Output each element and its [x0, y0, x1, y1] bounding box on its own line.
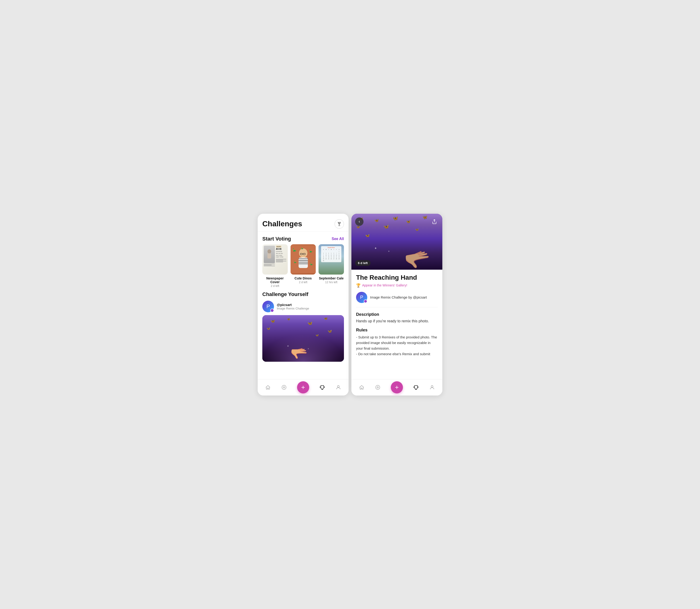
challenge-image-card[interactable]: 🦋 🦋 🦋 🦋 🦋 🦋 🦋 🫳 ✦ ✦	[262, 315, 344, 362]
newspaper-person	[264, 246, 275, 263]
butterfly-2: 🦋	[287, 317, 290, 321]
remix-by-text: Image Remix Challenge by @picsart	[370, 295, 427, 299]
remix-verified-badge: ✓	[364, 299, 367, 303]
butterfly-1: 🦋	[271, 319, 275, 323]
start-voting-title: Start Voting	[262, 236, 291, 242]
hero-bf-4: 🦋	[406, 219, 411, 224]
card-3-name: September Cale	[319, 276, 344, 280]
svg-rect-8	[298, 257, 308, 268]
left-content: Start Voting See All	[258, 232, 348, 396]
see-all-button[interactable]: See All	[331, 237, 344, 241]
svg-point-24	[431, 385, 433, 387]
svg-point-1	[268, 249, 271, 254]
card-2-name: Cute Dinos	[291, 276, 316, 280]
user-name: @picsart	[277, 303, 309, 307]
nav-explore[interactable]	[281, 385, 287, 390]
rules-title: Rules	[356, 328, 438, 333]
hero-bf-3: 🦋	[392, 215, 398, 221]
picsart-avatar: P ✓	[262, 301, 274, 312]
left-header: Challenges	[258, 214, 348, 232]
hero-sparkle-2: ✦	[388, 250, 390, 253]
challenge-title: The Reaching Hand	[356, 274, 438, 281]
hero-bf-2: 🦋	[374, 218, 379, 223]
remix-avatar: P ✓	[356, 292, 367, 303]
butterfly-3: 🦋	[307, 321, 312, 326]
challenge-yourself-title: Challenge Yourself	[262, 291, 344, 297]
right-nav-trophy[interactable]	[413, 385, 419, 390]
description-body: Hands up if you're ready to remix this p…	[356, 318, 438, 324]
right-nav-add-button[interactable]: +	[391, 381, 403, 394]
voting-card-newspaper[interactable]: NEWS 易日报 FASHIONWe are thebest newspaper…	[262, 244, 288, 288]
svg-text:🦕: 🦕	[294, 260, 296, 263]
reaching-hand: 🫳	[290, 345, 308, 362]
svg-point-23	[377, 387, 378, 388]
rules-body: - Submit up to 3 Remixes of the provided…	[356, 334, 438, 357]
hero-hand: 🫳	[403, 245, 433, 269]
right-hero-image: 🦋 🦋 🦋 🦋 🦋 🦋 🦋 🦋 🦋 🫳 ✦ ✦ ‹	[352, 214, 442, 269]
voting-cards-list: NEWS 易日报 FASHIONWe are thebest newspaper…	[258, 244, 348, 291]
share-button[interactable]	[430, 218, 439, 226]
butterfly-5: 🦋	[267, 327, 270, 330]
butterfly-7: 🦋	[315, 334, 319, 337]
calendar-widget: September SMTWTFS 1 2345678 910111213141…	[321, 246, 341, 262]
svg-point-19	[283, 387, 285, 388]
svg-text:🦕: 🦕	[301, 247, 304, 249]
voting-card-september[interactable]: September SMTWTFS 1 2345678 910111213141…	[319, 244, 344, 288]
sparkle-2: ✦	[307, 348, 309, 350]
back-button[interactable]: ‹	[355, 218, 363, 226]
svg-point-22	[376, 385, 380, 389]
hero-bf-5: 🦋	[422, 215, 427, 220]
right-bottom-nav: +	[352, 379, 442, 396]
september-card-image: September SMTWTFS 1 2345678 910111213141…	[319, 244, 344, 275]
nav-profile[interactable]	[336, 385, 341, 390]
sparkle-1: ✦	[287, 345, 289, 348]
verified-badge: ✓	[270, 309, 274, 312]
page-title: Challenges	[262, 220, 302, 228]
svg-text:🦕: 🦕	[293, 248, 296, 252]
voting-card-dinos[interactable]: 🦕 🦕 🦕 🦕 🦕 Cute Dinos 2 d left	[291, 244, 316, 288]
hero-bf-8: 🦋	[415, 228, 419, 231]
nav-add-button[interactable]: +	[297, 381, 309, 394]
svg-point-20	[337, 385, 339, 387]
svg-point-18	[282, 385, 286, 389]
butterfly-4: 🦋	[324, 316, 328, 320]
description-title: Description	[356, 312, 438, 317]
trophy-header-icon[interactable]	[335, 219, 344, 229]
svg-text:🦕: 🦕	[310, 262, 313, 265]
right-detail-content: The Reaching Hand 🏆 Appear in the Winner…	[352, 269, 442, 366]
svg-point-4	[299, 248, 307, 258]
card-1-name: Newspaper Cover	[262, 276, 288, 284]
butterfly-scene: 🦋 🦋 🦋 🦋 🦋 🦋 🦋 🫳 ✦ ✦	[262, 315, 344, 362]
newspaper-card-image: NEWS 易日报 FASHIONWe are thebest newspaper…	[262, 244, 288, 275]
right-nav-home[interactable]	[359, 385, 364, 390]
hero-bf-9: 🦋	[365, 233, 370, 238]
right-nav-explore[interactable]	[375, 385, 380, 390]
description-section: Description Hands up if you're ready to …	[356, 312, 438, 324]
challenge-yourself-section: Challenge Yourself P ✓ @picsart Image Re…	[258, 291, 348, 362]
left-bottom-nav: +	[258, 379, 348, 396]
hero-bf-7: 🦋	[383, 224, 389, 229]
card-2-time: 2 d left	[291, 281, 316, 284]
card-3-time: 12 hrs left	[319, 281, 344, 284]
left-screen: Challenges Start Voting See All	[258, 214, 348, 396]
rules-section: Rules - Submit up to 3 Remixes of the pr…	[356, 328, 438, 357]
svg-text:🦕: 🦕	[309, 249, 312, 253]
remix-by-row: P ✓ Image Remix Challenge by @picsart	[356, 292, 438, 308]
nav-trophy[interactable]	[320, 385, 325, 390]
card-1-time: 2 d left	[262, 284, 288, 288]
user-subtitle: Image Remix Challenge	[277, 307, 309, 310]
hero-sparkle-1: ✦	[374, 246, 377, 250]
svg-rect-2	[268, 253, 271, 259]
trophy-icon-small: 🏆	[356, 283, 361, 288]
right-nav-profile[interactable]	[429, 385, 435, 390]
challenge-user-row: P ✓ @picsart Image Remix Challenge	[262, 301, 344, 312]
winners-gallery-row: 🏆 Appear in the Winners' Gallery!	[356, 283, 438, 288]
avatar-letter: P	[267, 303, 270, 310]
butterfly-6: 🦋	[328, 329, 332, 333]
nav-home[interactable]	[265, 385, 271, 390]
dinos-card-image: 🦕 🦕 🦕 🦕 🦕	[291, 244, 316, 275]
right-screen: 🦋 🦋 🦋 🦋 🦋 🦋 🦋 🦋 🦋 🫳 ✦ ✦ ‹	[352, 214, 442, 396]
user-info: @picsart Image Remix Challenge	[277, 303, 309, 310]
days-badge: 6 d left	[355, 260, 371, 266]
start-voting-header: Start Voting See All	[258, 232, 348, 244]
